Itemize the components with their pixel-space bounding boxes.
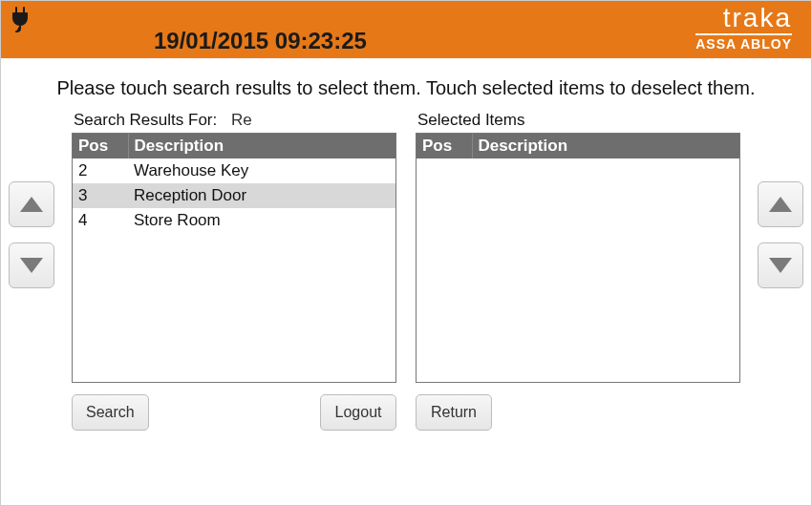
results-col-pos: Pos	[73, 134, 128, 158]
results-label-text: Search Results For:	[74, 111, 217, 129]
selected-scroll-down-button[interactable]	[758, 242, 803, 288]
spacer	[157, 394, 312, 431]
selected-grid: Pos Description	[416, 133, 740, 383]
triangle-up-icon	[20, 197, 43, 212]
cell-description: Warehouse Key	[128, 158, 395, 183]
selected-label: Selected Items	[416, 111, 740, 130]
brand-traka: traka	[695, 5, 792, 32]
selected-col-description: Description	[472, 134, 739, 158]
left-scroll-column	[9, 111, 66, 288]
results-col-description: Description	[128, 134, 395, 158]
table-row[interactable]: 3Reception Door	[73, 183, 395, 208]
power-plug-icon	[7, 5, 35, 37]
app-frame: 19/01/2015 09:23:25 traka ASSA ABLOY Ple…	[0, 0, 812, 506]
triangle-down-icon	[769, 258, 792, 273]
datetime-label: 19/01/2015 09:23:25	[154, 28, 367, 54]
table-row[interactable]: 4Store Room	[73, 208, 395, 233]
cell-description: Reception Door	[128, 183, 395, 208]
triangle-up-icon	[769, 197, 792, 212]
results-grid: Pos Description 2Warehouse Key3Reception…	[72, 133, 396, 383]
header-bar: 19/01/2015 09:23:25 traka ASSA ABLOY	[1, 1, 811, 58]
results-scroll-down-button[interactable]	[9, 242, 54, 288]
selected-col-pos: Pos	[417, 134, 472, 158]
results-label: Search Results For: Re	[72, 111, 396, 130]
results-button-row: Search Logout	[72, 394, 396, 431]
main-area: Search Results For: Re Pos Description 2…	[1, 111, 811, 431]
triangle-down-icon	[20, 258, 43, 273]
selected-button-row: Return	[416, 394, 740, 431]
cell-pos: 3	[73, 183, 128, 208]
results-query: Re	[231, 111, 252, 129]
search-button[interactable]: Search	[72, 394, 149, 431]
right-scroll-column	[746, 111, 803, 288]
panels-container: Search Results For: Re Pos Description 2…	[66, 111, 746, 431]
brand-divider	[695, 33, 792, 35]
results-scroll-up-button[interactable]	[9, 181, 54, 227]
logout-button[interactable]: Logout	[320, 394, 396, 431]
return-button[interactable]: Return	[416, 394, 492, 431]
selected-scroll-up-button[interactable]	[758, 181, 803, 227]
brand-assa-abloy: ASSA ABLOY	[695, 36, 792, 52]
cell-pos: 4	[73, 208, 128, 233]
table-row[interactable]: 2Warehouse Key	[73, 158, 395, 183]
results-panel: Search Results For: Re Pos Description 2…	[72, 111, 396, 431]
cell-description: Store Room	[128, 208, 395, 233]
cell-pos: 2	[73, 158, 128, 183]
brand-block: traka ASSA ABLOY	[695, 5, 792, 52]
instruction-text: Please touch search results to select th…	[11, 77, 801, 99]
selected-panel: Selected Items Pos Description Return	[416, 111, 740, 431]
